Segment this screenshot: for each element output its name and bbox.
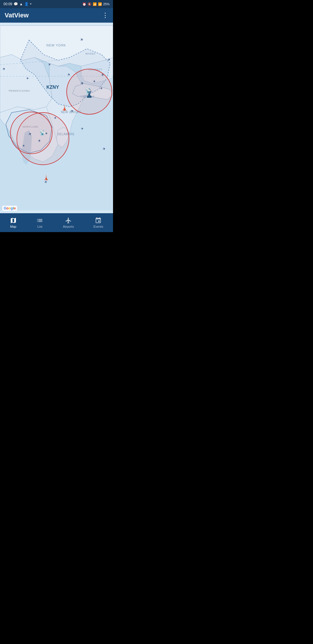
google-watermark: Google [2, 206, 17, 211]
status-left: 00:09 💬 ▲ 👤 • [3, 2, 31, 6]
alarm-icon: ⏰ [82, 2, 86, 6]
events-icon [95, 217, 102, 224]
nav-item-events[interactable]: Events [88, 215, 109, 230]
wifi-icon: 📶 [93, 2, 97, 6]
battery: 25% [103, 2, 110, 6]
nav-label-map: Map [10, 225, 16, 228]
airports-icon [65, 217, 72, 224]
map-icon [10, 217, 17, 224]
mute-icon: 🔇 [88, 2, 92, 6]
map-view[interactable]: NEW YORK MASSA CONNECT PENNSYLVANIA KZNY… [0, 23, 113, 213]
nav-item-airports[interactable]: Airports [57, 215, 80, 230]
map-svg: NEW YORK MASSA CONNECT PENNSYLVANIA KZNY… [0, 23, 113, 213]
nav-label-list: List [37, 225, 42, 228]
time: 00:09 [3, 2, 12, 6]
control-tower-nj: 🗼 [61, 104, 68, 111]
user-icon: 👤 [24, 2, 29, 6]
svg-rect-19 [87, 96, 92, 98]
list-icon [36, 217, 43, 224]
svg-text:NEW YORK: NEW YORK [46, 44, 66, 47]
dot-indicator: • [30, 2, 31, 6]
overflow-menu-icon[interactable]: ⋮ [102, 12, 108, 19]
bottom-navigation: Map List Airports Events [0, 213, 113, 232]
app-title: VatView [5, 12, 29, 19]
navigation-icon: ▲ [19, 2, 23, 6]
svg-text:KZNY: KZNY [46, 85, 59, 90]
status-bar: 00:09 💬 ▲ 👤 • ⏰ 🔇 📶 📶 25% [0, 0, 113, 8]
svg-text:✈: ✈ [100, 86, 103, 90]
whatsapp-icon: 💬 [14, 2, 18, 6]
signal-icon: 📶 [98, 2, 102, 6]
status-right: ⏰ 🔇 📶 📶 25% [82, 2, 110, 6]
nav-item-map[interactable]: Map [4, 215, 23, 230]
nav-item-list[interactable]: List [30, 215, 49, 230]
svg-text:🗼: 🗼 [61, 104, 68, 111]
nav-label-events: Events [94, 225, 103, 228]
svg-text:MASSA: MASSA [85, 52, 95, 55]
svg-text:PENNSYLVANIA: PENNSYLVANIA [9, 89, 30, 92]
nav-label-airports: Airports [63, 225, 74, 228]
app-bar: VatView ⋮ [0, 8, 113, 23]
